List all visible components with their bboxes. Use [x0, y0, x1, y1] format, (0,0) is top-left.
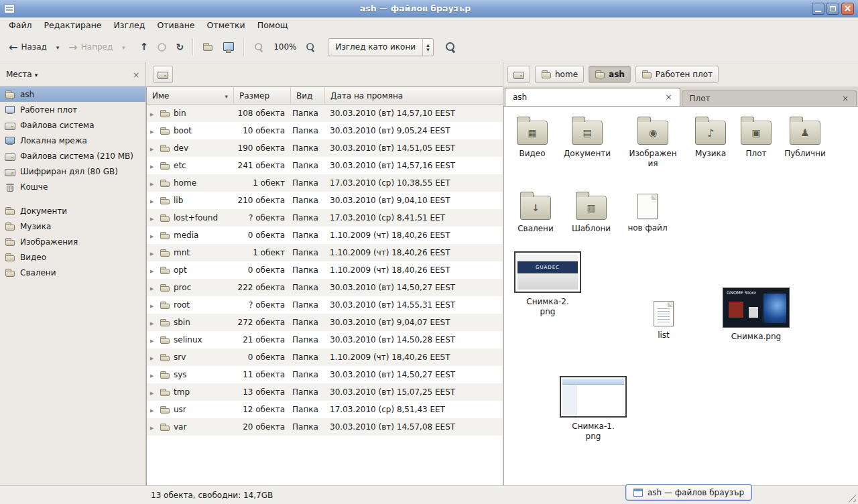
column-header-date[interactable]: Дата на промяна: [325, 87, 503, 105]
path-button[interactable]: ash: [589, 66, 631, 83]
reload-button[interactable]: [171, 38, 188, 56]
file-row[interactable]: sys 11 обекта Папка 30.03.2010 (вт) 14,5…: [147, 366, 503, 383]
back-history-dropdown[interactable]: [52, 39, 64, 55]
icon-view-item[interactable]: Изображения: [625, 116, 681, 169]
stop-button[interactable]: [153, 40, 171, 55]
forward-button[interactable]: Напред: [64, 38, 117, 57]
icon-view-item[interactable]: Публични: [777, 116, 833, 159]
file-row[interactable]: usr 12 обекта Папка 17.03.2010 (ср) 8,51…: [147, 401, 503, 418]
icon-view-item[interactable]: нов файл: [619, 191, 676, 233]
back-button[interactable]: Назад: [4, 38, 52, 57]
expander-icon[interactable]: [150, 387, 156, 397]
forward-history-dropdown[interactable]: [117, 39, 130, 55]
home-button[interactable]: [198, 38, 218, 56]
icon-view-item[interactable]: Шаблони: [563, 191, 619, 234]
spinner-arrows-icon[interactable]: [422, 39, 433, 56]
menu-item[interactable]: Файл: [3, 17, 38, 32]
file-row[interactable]: var 20 обекта Папка 30.03.2010 (вт) 14,5…: [147, 418, 503, 436]
expander-icon[interactable]: [150, 265, 156, 275]
file-row[interactable]: dev 190 обекта Папка 30.03.2010 (вт) 14,…: [147, 139, 503, 157]
column-header-type[interactable]: Вид: [291, 87, 325, 105]
column-header-name[interactable]: Име: [147, 87, 234, 105]
menu-item[interactable]: Изглед: [108, 17, 151, 32]
sidebar-item[interactable]: Изображения: [0, 234, 145, 249]
file-row[interactable]: srv 0 обекта Папка 1.10.2009 (чт) 18,40,…: [147, 349, 503, 366]
expander-icon[interactable]: [150, 422, 156, 432]
icon-view[interactable]: Видео Документи Изображения: [503, 107, 858, 485]
icon-view-item[interactable]: Документи: [559, 116, 615, 159]
icon-view-item[interactable]: Плот: [728, 116, 784, 159]
path-button[interactable]: [507, 66, 530, 83]
sidebar-item[interactable]: Работен плот: [0, 102, 145, 117]
file-row[interactable]: opt 0 обекта Папка 1.10.2009 (чт) 18,40,…: [147, 261, 503, 279]
minimize-button[interactable]: [812, 3, 824, 15]
sidebar-item[interactable]: Файлова система: [0, 117, 145, 133]
root-path-button[interactable]: [153, 66, 173, 83]
sidebar-mode-chevron-icon[interactable]: [35, 70, 38, 79]
icon-view-item[interactable]: list: [635, 298, 692, 340]
sidebar-item[interactable]: Видео: [0, 249, 145, 265]
sidebar-item[interactable]: Файлова система (210 MB): [0, 148, 145, 164]
zoom-in-button[interactable]: [300, 38, 321, 56]
expander-icon[interactable]: [150, 370, 156, 379]
menu-item[interactable]: Редактиране: [38, 17, 108, 32]
file-row[interactable]: sbin 272 обекта Папка 30.03.2010 (вт) 9,…: [147, 314, 503, 331]
file-row[interactable]: mnt 1 обект Папка 1.10.2009 (чт) 18,40,2…: [147, 244, 503, 261]
path-button[interactable]: Работен плот: [635, 66, 719, 83]
sidebar-item[interactable]: Свалени: [0, 265, 145, 280]
computer-button[interactable]: [218, 38, 239, 56]
menu-item[interactable]: Отиване: [151, 17, 200, 32]
sidebar-close-icon[interactable]: [133, 70, 139, 80]
expander-icon[interactable]: [150, 231, 156, 240]
sidebar-title[interactable]: Места: [6, 70, 32, 79]
path-button[interactable]: home: [535, 66, 584, 83]
expander-icon[interactable]: [150, 248, 156, 257]
icon-view-item[interactable]: Свалени: [507, 191, 564, 234]
title-bar[interactable]: ash — файлов браузър: [0, 0, 858, 17]
expander-icon[interactable]: [150, 109, 156, 118]
view-mode-select[interactable]: Изглед като икони: [328, 38, 434, 56]
file-row[interactable]: root ? обекта Папка 30.03.2010 (вт) 14,5…: [147, 296, 503, 314]
expander-icon[interactable]: [150, 318, 156, 327]
sidebar-item[interactable]: ash: [0, 86, 145, 102]
sidebar-item[interactable]: Локална мрежа: [0, 133, 145, 148]
zoom-out-button[interactable]: [249, 38, 269, 56]
file-row[interactable]: selinux 21 обекта Папка 30.03.2010 (вт) …: [147, 331, 503, 349]
expander-icon[interactable]: [150, 335, 156, 344]
icon-view-item[interactable]: Видео: [504, 116, 560, 159]
file-row[interactable]: home 1 обект Папка 17.03.2010 (ср) 10,38…: [147, 174, 503, 192]
tab-close-icon[interactable]: [665, 92, 672, 102]
file-row[interactable]: lib 210 обекта Папка 30.03.2010 (вт) 9,0…: [147, 192, 503, 209]
sidebar-item[interactable]: Документи: [0, 203, 145, 218]
expander-icon[interactable]: [150, 126, 156, 135]
close-button[interactable]: [841, 3, 854, 15]
sidebar-item[interactable]: [0, 194, 145, 203]
up-button[interactable]: [135, 38, 154, 56]
file-row[interactable]: etc 241 обекта Папка 30.03.2010 (вт) 14,…: [147, 157, 503, 174]
file-row[interactable]: proc 222 обекта Папка 30.03.2010 (вт) 14…: [147, 279, 503, 296]
search-button[interactable]: [440, 38, 461, 56]
file-row[interactable]: tmp 13 обекта Папка 30.03.2010 (вт) 15,0…: [147, 383, 503, 401]
maximize-button[interactable]: [826, 3, 839, 15]
expander-icon[interactable]: [150, 353, 156, 362]
icon-view-item[interactable]: GNOME Store Снимка.png: [722, 288, 790, 342]
column-header-size[interactable]: Размер: [234, 87, 291, 105]
file-row[interactable]: bin 108 обекта Папка 30.03.2010 (вт) 14,…: [147, 105, 503, 122]
taskbar-window-button[interactable]: ash — файлов браузър: [625, 484, 752, 501]
expander-icon[interactable]: [150, 161, 156, 170]
icon-view-item[interactable]: GUADEC Снимка-2.png: [513, 251, 582, 317]
menu-item[interactable]: Помощ: [251, 17, 294, 32]
expander-icon[interactable]: [150, 283, 156, 292]
expander-icon[interactable]: [150, 300, 156, 310]
expander-icon[interactable]: [150, 405, 156, 414]
file-row[interactable]: media 0 обекта Папка 1.10.2009 (чт) 18,4…: [147, 227, 503, 244]
tab[interactable]: ash: [505, 88, 680, 106]
sidebar-item[interactable]: Музика: [0, 218, 145, 234]
expander-icon[interactable]: [150, 213, 156, 223]
expander-icon[interactable]: [150, 178, 156, 188]
file-row[interactable]: boot 10 обекта Папка 30.03.2010 (вт) 9,0…: [147, 122, 503, 139]
sidebar-item[interactable]: Шифриран дял (80 GB): [0, 164, 145, 179]
file-row[interactable]: lost+found ? обекта Папка 17.03.2010 (ср…: [147, 209, 503, 227]
expander-icon[interactable]: [150, 143, 156, 153]
tab[interactable]: Плот: [682, 90, 857, 106]
